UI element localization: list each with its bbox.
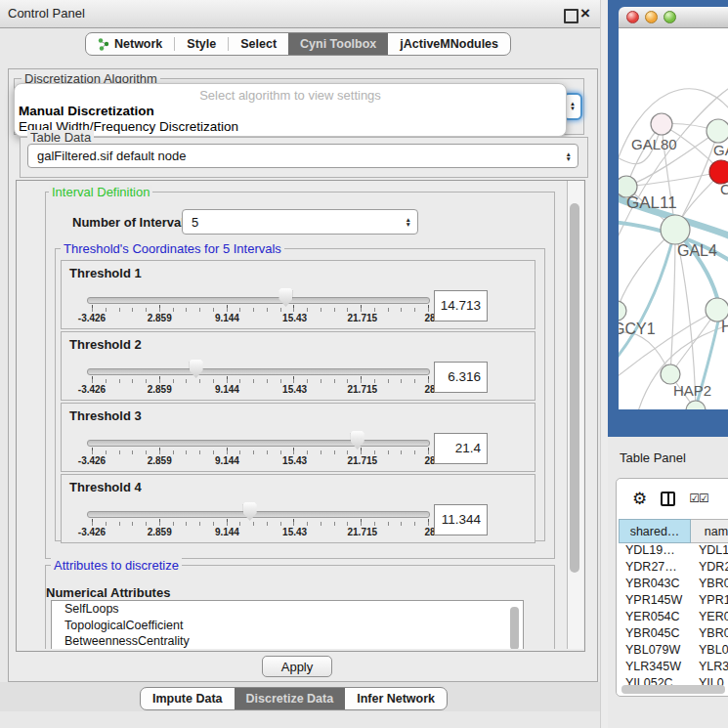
cell: YLR345W [619,660,691,676]
threshold-4-slider-track[interactable] [87,511,430,518]
scale-label: 21.715 [348,313,378,323]
tab-jactivemnodules-label: jActiveMNodules [400,37,498,51]
list-item[interactable]: SelfLoops [52,601,523,618]
list-item[interactable]: BetweennessCentrality [52,633,523,649]
tab-style-label: Style [187,37,216,51]
node-label: GAL11 [626,193,677,212]
table-row[interactable]: YBR043CYBR0 [619,577,728,593]
network-window-titlebar[interactable] [619,7,728,28]
zoom-traffic-light[interactable] [664,11,676,23]
scale-label: 9.144 [215,527,239,537]
cell: YLR3 [691,660,728,676]
table-row[interactable]: YDL19…YDL1 [619,543,728,560]
threshold-1-panel: Threshold 1 -3.426 2.859 9.144 15.43 21.… [61,260,535,329]
node-label: GA [713,142,728,158]
tab-style[interactable]: Style [175,33,228,55]
float-window-icon[interactable] [564,9,578,23]
threshold-3-panel: Threshold 3 -3.426 2.859 9.144 15.43 21.… [61,403,535,472]
threshold-3-value-field[interactable]: 21.4 [434,433,488,464]
slider-minor-ticks [92,379,430,383]
tab-cyni-toolbox[interactable]: Cyni Toolbox [288,33,388,55]
node-ga[interactable] [707,119,728,143]
tab-select-label: Select [240,37,277,51]
spinner-arrows-icon: ▲ ▼ [400,217,417,227]
scale-label: 15.43 [282,527,307,537]
threshold-1-slider-track[interactable] [87,297,430,304]
threshold-2-value-field[interactable]: 6.316 [434,362,488,393]
threshold-1-value-field[interactable]: 14.713 [434,290,488,321]
slider-scale-labels: -3.426 2.859 9.144 15.43 21.715 28 [92,384,430,396]
list-scrollbar[interactable] [510,607,519,649]
scale-label: -3.426 [78,313,106,323]
algorithm-dropdown-popup: Select algorithm to view settings Manual… [14,83,567,137]
scale-label: -3.426 [78,527,106,537]
node-gal80[interactable] [651,113,672,135]
threshold-2-slider-track[interactable] [87,368,430,375]
node-gal4[interactable] [661,215,690,244]
settings-scrollbar-thumb[interactable] [570,203,579,573]
threshold-2-label: Threshold 2 [69,337,142,352]
slider-scale-labels: -3.426 2.859 9.144 15.43 21.715 28 [92,455,430,467]
control-panel: Control Panel × Network Style Select Cyn… [0,0,600,728]
tab-impute-data[interactable]: Impute Data [141,688,235,709]
tab-discretize-data[interactable]: Discretize Data [235,688,346,709]
list-item[interactable]: TopologicalCoefficient [52,618,523,634]
table-toolbar: ⚙ ☑☑ [617,479,728,518]
tab-infer-network[interactable]: Infer Network [345,688,447,709]
node-partial[interactable] [686,401,706,409]
threshold-3-slider-track[interactable] [87,440,430,447]
scale-label: 2.859 [148,384,172,395]
thresholds-group-title: Threshold's Coordinates for 5 Intervals [61,241,284,256]
close-traffic-light[interactable] [626,11,639,23]
combo-arrows-icon: ▲ ▼ [560,151,578,161]
node-label: GCY1 [619,321,656,337]
number-of-intervals-spinner[interactable]: 5 ▲ ▼ [182,209,418,235]
bottom-tab-bar: Impute Data Discretize Data Infer Networ… [140,687,448,710]
split-columns-icon[interactable] [661,492,675,506]
column-header-shared-name[interactable]: shared… [619,519,691,543]
cell: YPR145W [619,593,691,610]
table-row[interactable]: YPR145WYPR1 [619,593,728,610]
number-of-intervals-label: Number of Intervals [72,215,192,230]
threshold-4-value-field[interactable]: 11.344 [434,504,488,535]
scale-label: 2.859 [148,313,172,323]
apply-button[interactable]: Apply [262,656,332,677]
cell: YDL1 [691,543,728,560]
slider-scale-labels: -3.426 2.859 9.144 15.43 21.715 28 [92,313,430,324]
scale-label: 9.144 [215,313,239,323]
scale-label: -3.426 [78,384,106,395]
table-row[interactable]: YER054CYER0 [619,610,728,626]
dropdown-option-manual[interactable]: Manual Discretization [19,104,154,118]
gear-icon[interactable]: ⚙ [632,489,647,509]
checkbox-columns-icon[interactable]: ☑☑ [689,492,708,505]
tab-jactivemnodules[interactable]: jActiveMNodules [388,33,510,55]
minimize-traffic-light[interactable] [645,11,658,23]
horizontal-scrollbar-thumb[interactable] [621,685,725,694]
tab-infer-network-label: Infer Network [357,692,435,706]
scale-label: 15.43 [282,313,307,323]
tab-select[interactable]: Select [229,33,288,55]
node-hap2[interactable] [661,364,680,384]
table-row[interactable]: YLR345WYLR3 [619,660,728,676]
tab-impute-data-label: Impute Data [152,692,223,706]
table-panel-title: Table Panel [620,450,686,465]
tab-network[interactable]: Network [86,33,174,55]
table-row[interactable]: YBL079WYBL0 [619,643,728,660]
cell: YDL19… [619,543,691,560]
close-icon[interactable]: × [580,4,590,23]
control-panel-titlebar [0,0,600,28]
table-row[interactable]: YBR045CYBR0 [619,626,728,643]
slider-minor-ticks [92,450,430,454]
node-gcy1[interactable] [619,301,626,321]
scale-label: 2.859 [148,527,172,537]
column-header-name[interactable]: name [691,519,728,543]
cell: YER054C [619,610,691,626]
cell: YDR2 [691,560,728,577]
table-row[interactable]: YDR27…YDR2 [619,560,728,577]
slider-scale-labels: -3.426 2.859 9.144 15.43 21.715 28 [92,527,430,538]
scale-label: 21.715 [348,384,378,395]
settings-scroll-content: Interval Definition Number of Intervals … [17,181,567,649]
attributes-group-title: Attributes to discretize [51,558,182,573]
network-canvas[interactable]: GAL80 GA C GAL11 GAL4 GCY1 H HAP2 [619,28,728,409]
table-data-combobox[interactable]: galFiltered.sif default node ▲ ▼ [27,144,578,168]
